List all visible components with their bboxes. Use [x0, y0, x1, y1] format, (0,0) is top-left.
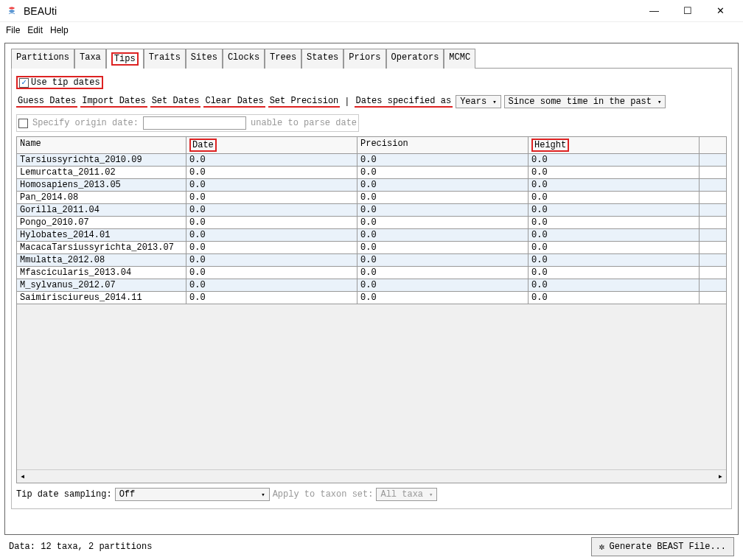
- apply-to-taxon-label: Apply to taxon set:: [273, 489, 374, 500]
- tab-operators[interactable]: Operators: [386, 49, 444, 69]
- tab-states[interactable]: States: [301, 49, 343, 69]
- table-row[interactable]: Pan_2014.080.00.00.0: [17, 192, 726, 204]
- scroll-left-icon[interactable]: ◂: [20, 471, 25, 482]
- cell-height: 0.0: [529, 154, 700, 166]
- col-date[interactable]: Date: [189, 139, 217, 152]
- tab-priors[interactable]: Priors: [343, 49, 386, 69]
- tip-date-sampling-label: Tip date sampling:: [16, 489, 112, 500]
- tab-mcmc[interactable]: MCMC: [444, 49, 475, 69]
- table-body: Tarsiussyrichta_2010.090.00.00.0Lemurcat…: [17, 154, 726, 304]
- use-tip-dates-label: Use tip dates: [31, 77, 100, 88]
- cell-date: 0.0: [186, 154, 357, 166]
- table-header: Name Date Precision Height: [17, 137, 726, 154]
- titlebar: BEAUti — ☐ ✕: [0, 0, 743, 22]
- cell-name: Pan_2014.08: [17, 192, 186, 203]
- status-text: Data: 12 taxa, 2 partitions: [9, 542, 152, 552]
- set-precision-button[interactable]: Set Precision: [268, 96, 341, 108]
- table-row[interactable]: MacacaTarsiussyrichta_2013.070.00.00.0: [17, 242, 726, 254]
- cell-height: 0.0: [529, 204, 700, 216]
- cell-name: Saimirisciureus_2014.11: [17, 292, 186, 304]
- cell-precision: 0.0: [357, 192, 529, 203]
- cell-height: 0.0: [529, 217, 700, 228]
- chevron-down-icon: ▾: [429, 491, 433, 499]
- chevron-down-icon: ▾: [657, 98, 661, 106]
- table-row[interactable]: M_sylvanus_2012.070.00.00.0: [17, 279, 726, 292]
- table-row[interactable]: Homosapiens_2013.050.00.00.0: [17, 179, 726, 192]
- table-row[interactable]: Saimirisciureus_2014.110.00.00.0: [17, 292, 726, 304]
- cell-height: 0.0: [529, 279, 700, 291]
- gear-icon: ✲: [599, 541, 605, 553]
- generate-beast-file-button[interactable]: ✲ Generate BEAST File...: [591, 537, 734, 556]
- generate-button-label: Generate BEAST File...: [610, 542, 726, 552]
- tab-taxa[interactable]: Taxa: [74, 49, 106, 69]
- cell-date: 0.0: [186, 192, 357, 203]
- cell-name: Mfascicularis_2013.04: [17, 267, 186, 279]
- dates-specified-label: Dates specified as: [355, 96, 453, 108]
- close-button[interactable]: ✕: [704, 5, 737, 16]
- col-height[interactable]: Height: [531, 139, 569, 152]
- use-tip-dates-checkbox[interactable]: [19, 78, 29, 88]
- cell-precision: 0.0: [357, 204, 529, 216]
- cell-precision: 0.0: [357, 254, 529, 266]
- table-row[interactable]: Tarsiussyrichta_2010.090.00.00.0: [17, 154, 726, 167]
- cell-date: 0.0: [186, 179, 357, 191]
- tab-tips[interactable]: Tips: [106, 49, 144, 69]
- main-panel: PartitionsTaxaTipsTraitsSitesClocksTrees…: [4, 43, 739, 535]
- scroll-right-icon[interactable]: ▸: [718, 471, 723, 482]
- cell-height: 0.0: [529, 267, 700, 279]
- table-row[interactable]: Gorilla_2011.040.00.00.0: [17, 204, 726, 217]
- menu-edit[interactable]: Edit: [24, 24, 46, 37]
- tips-panel: Use tip dates Guess Dates Import Dates S…: [11, 69, 732, 509]
- cell-date: 0.0: [186, 167, 357, 178]
- table-row[interactable]: Pongo_2010.070.00.00.0: [17, 217, 726, 229]
- cell-name: Hylobates_2014.01: [17, 229, 186, 241]
- origin-date-field[interactable]: [143, 116, 246, 130]
- status-bar: Data: 12 taxa, 2 partitions ✲ Generate B…: [0, 533, 743, 560]
- cell-height: 0.0: [529, 167, 700, 178]
- cell-height: 0.0: [529, 192, 700, 203]
- cell-precision: 0.0: [357, 217, 529, 228]
- window-title: BEAUti: [24, 5, 57, 17]
- cell-precision: 0.0: [357, 179, 529, 191]
- tab-sites[interactable]: Sites: [186, 49, 223, 69]
- menu-help[interactable]: Help: [47, 24, 71, 37]
- menu-file[interactable]: File: [3, 24, 23, 37]
- tip-date-sampling-select[interactable]: Off▾: [115, 488, 270, 501]
- menubar: File Edit Help: [0, 22, 743, 38]
- cell-date: 0.0: [186, 292, 357, 304]
- set-dates-button[interactable]: Set Dates: [150, 96, 201, 108]
- tab-partitions[interactable]: Partitions: [11, 49, 74, 69]
- cell-precision: 0.0: [357, 292, 529, 304]
- origin-date-hint: unable to parse date: [251, 118, 357, 128]
- maximize-button[interactable]: ☐: [671, 5, 704, 16]
- cell-date: 0.0: [186, 229, 357, 241]
- import-dates-button[interactable]: Import Dates: [80, 96, 147, 108]
- cell-date: 0.0: [186, 242, 357, 253]
- specify-origin-checkbox[interactable]: [18, 119, 28, 128]
- cell-precision: 0.0: [357, 267, 529, 279]
- cell-name: Pongo_2010.07: [17, 217, 186, 228]
- table-row[interactable]: Lemurcatta_2011.020.00.00.0: [17, 167, 726, 179]
- date-units-select[interactable]: Years▾: [456, 95, 500, 108]
- cell-name: M_sylvanus_2012.07: [17, 279, 186, 291]
- clear-dates-button[interactable]: Clear Dates: [203, 96, 265, 108]
- tab-traits[interactable]: Traits: [144, 49, 186, 69]
- guess-dates-button[interactable]: Guess Dates: [16, 96, 77, 108]
- cell-height: 0.0: [529, 229, 700, 241]
- tab-trees[interactable]: Trees: [265, 49, 301, 69]
- horizontal-scrollbar[interactable]: ◂ ▸: [17, 469, 726, 483]
- cell-date: 0.0: [186, 217, 357, 228]
- minimize-button[interactable]: —: [638, 5, 671, 16]
- table-row[interactable]: Mfascicularis_2013.040.00.00.0: [17, 267, 726, 279]
- col-name[interactable]: Name: [20, 139, 41, 149]
- cell-precision: 0.0: [357, 279, 529, 291]
- date-direction-select[interactable]: Since some time in the past▾: [504, 95, 666, 108]
- table-row[interactable]: Hylobates_2014.010.00.00.0: [17, 229, 726, 242]
- cell-name: Mmulatta_2012.08: [17, 254, 186, 266]
- cell-date: 0.0: [186, 267, 357, 279]
- apply-to-taxon-select: All taxa▾: [376, 488, 437, 501]
- table-row[interactable]: Mmulatta_2012.080.00.00.0: [17, 254, 726, 267]
- cell-name: Lemurcatta_2011.02: [17, 167, 186, 178]
- tab-clocks[interactable]: Clocks: [223, 49, 265, 69]
- col-precision[interactable]: Precision: [360, 139, 408, 149]
